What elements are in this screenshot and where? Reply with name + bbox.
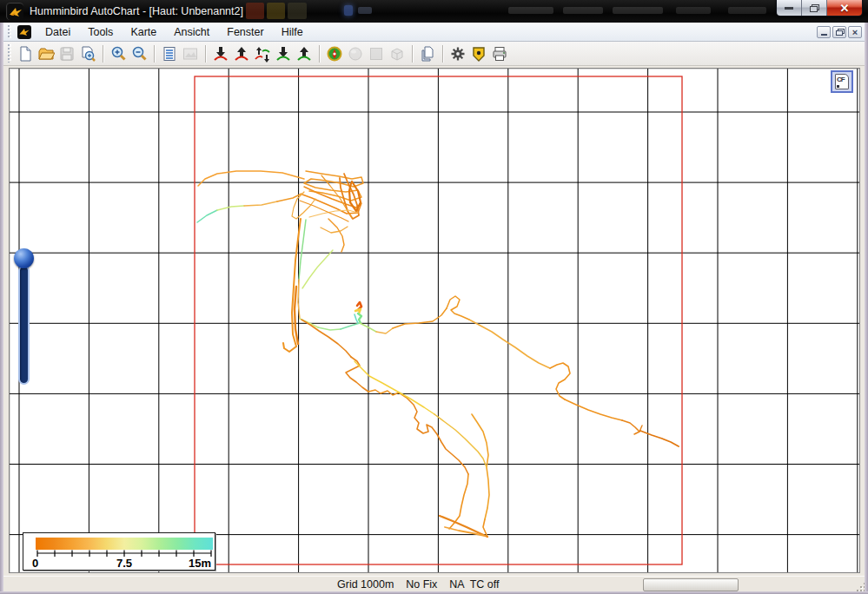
menu-ansicht[interactable]: Ansicht xyxy=(165,23,218,42)
toolbar-separator xyxy=(205,45,206,63)
cf-card-icon: CF xyxy=(835,74,849,89)
open-folder-icon xyxy=(37,45,55,63)
waypoint-pin-button[interactable] xyxy=(468,43,489,64)
depth-report-icon xyxy=(161,45,178,63)
glass-artifact xyxy=(613,7,663,14)
settings-gear-icon xyxy=(449,45,467,63)
legend-max-label: 15m xyxy=(189,557,211,570)
sonar-track xyxy=(341,323,360,329)
glass-artifact xyxy=(246,3,264,19)
zoom-extent-icon xyxy=(79,45,96,63)
sonar-track xyxy=(354,361,434,414)
toolbar-separator xyxy=(412,45,413,63)
status-text: Grid 1000m No Fix NA TC off xyxy=(337,578,499,591)
sonar-track xyxy=(640,431,679,446)
toolbar-separator xyxy=(442,45,443,63)
sonar-track xyxy=(346,357,368,392)
sonar-track xyxy=(447,296,469,320)
zoom-extent-button[interactable] xyxy=(77,43,98,64)
export-track-red-icon xyxy=(233,45,250,63)
copy-page-button[interactable] xyxy=(417,43,438,64)
depth-legend: 0 7.5 15m xyxy=(23,532,215,571)
mdi-restore-icon xyxy=(836,29,844,36)
zoom-out-button[interactable] xyxy=(129,43,149,64)
restore-button[interactable] xyxy=(802,0,827,16)
import-map-green-button[interactable] xyxy=(273,43,294,64)
menubar-gripper[interactable] xyxy=(8,25,12,38)
import-track-red-icon xyxy=(212,45,229,63)
status-scrollbar-thumb[interactable] xyxy=(643,578,739,591)
legend-labels: 0 7.5 15m xyxy=(23,557,216,571)
zoom-in-button[interactable] xyxy=(108,43,129,64)
minimize-icon xyxy=(785,7,793,10)
sonar-track xyxy=(376,328,393,333)
sonar-track xyxy=(399,393,468,474)
glass-artifact xyxy=(344,5,353,16)
depth-slider-track[interactable] xyxy=(18,265,30,385)
depth-gradient-bar xyxy=(36,538,213,550)
sonar-track xyxy=(197,210,217,222)
minimize-button[interactable] xyxy=(777,0,802,16)
toolbar-gripper[interactable] xyxy=(8,44,12,63)
close-icon: ✕ xyxy=(840,3,850,14)
window-border-left xyxy=(0,23,3,594)
sonar-track xyxy=(469,320,550,368)
flat-view-button xyxy=(366,43,387,64)
compass-gauge-icon xyxy=(326,45,343,63)
sonar-track xyxy=(440,516,487,537)
zoom-in-icon xyxy=(109,45,127,63)
close-button[interactable]: ✕ xyxy=(827,0,862,16)
menu-karte[interactable]: Karte xyxy=(122,23,165,42)
menu-bar: DateiToolsKarteAnsichtFensterHilfe × xyxy=(0,23,868,42)
sphere-3d-button xyxy=(345,43,366,64)
mdi-minimize-button[interactable] xyxy=(817,26,831,38)
mdi-close-button[interactable]: × xyxy=(848,26,862,38)
sonar-track xyxy=(565,399,622,420)
sonar-track xyxy=(434,414,487,467)
map-canvas[interactable]: CF 0 7.5 15m xyxy=(9,68,860,573)
menu-datei[interactable]: Datei xyxy=(36,23,79,42)
sonar-track xyxy=(368,390,399,395)
save-icon xyxy=(58,45,76,63)
compass-gauge-button[interactable] xyxy=(324,43,345,64)
printer-button[interactable] xyxy=(489,43,510,64)
mdi-window-controls: × xyxy=(817,26,862,38)
toolbar-separator xyxy=(319,45,320,63)
status-na: NA xyxy=(449,578,464,591)
depth-report-button[interactable] xyxy=(159,43,180,64)
track-plot xyxy=(10,69,859,572)
sonar-track xyxy=(354,314,358,323)
toolbar-separator xyxy=(103,45,103,63)
restore-icon xyxy=(810,4,818,11)
sonar-track xyxy=(358,314,361,323)
mdi-restore-button[interactable] xyxy=(832,26,846,38)
app-window: Humminbird AutoChart - [Haut: Unbenannt2… xyxy=(0,0,868,594)
glass-artifact xyxy=(267,3,285,19)
status-tc: TC off xyxy=(470,578,500,591)
menu-tools[interactable]: Tools xyxy=(79,23,122,42)
open-folder-button[interactable] xyxy=(36,43,56,64)
glass-artifact xyxy=(288,3,307,19)
title-bar[interactable]: Humminbird AutoChart - [Haut: Unbenannt2… xyxy=(0,0,868,23)
flat-view-icon xyxy=(368,45,385,63)
toolbar-separator xyxy=(154,45,155,63)
sync-tracks-button[interactable] xyxy=(252,43,273,64)
sync-tracks-icon xyxy=(254,45,271,63)
cf-card-button[interactable]: CF xyxy=(831,70,853,93)
document-logo-icon[interactable] xyxy=(17,25,31,39)
settings-gear-button[interactable] xyxy=(447,43,468,64)
humminbird-logo-icon xyxy=(6,3,23,20)
waypoint-pin-icon xyxy=(470,45,487,63)
sonar-track xyxy=(321,227,348,233)
new-document-button[interactable] xyxy=(15,43,36,64)
menu-fenster[interactable]: Fenster xyxy=(218,23,272,42)
export-map-green-button[interactable] xyxy=(294,43,315,64)
sonar-track xyxy=(318,327,341,330)
sonar-track xyxy=(622,420,639,434)
depth-slider-knob[interactable] xyxy=(14,248,34,268)
import-track-red-button[interactable] xyxy=(210,43,231,64)
printer-icon xyxy=(491,45,508,63)
menu-hilfe[interactable]: Hilfe xyxy=(273,23,312,42)
export-track-red-button[interactable] xyxy=(231,43,252,64)
copy-page-icon xyxy=(419,45,436,63)
